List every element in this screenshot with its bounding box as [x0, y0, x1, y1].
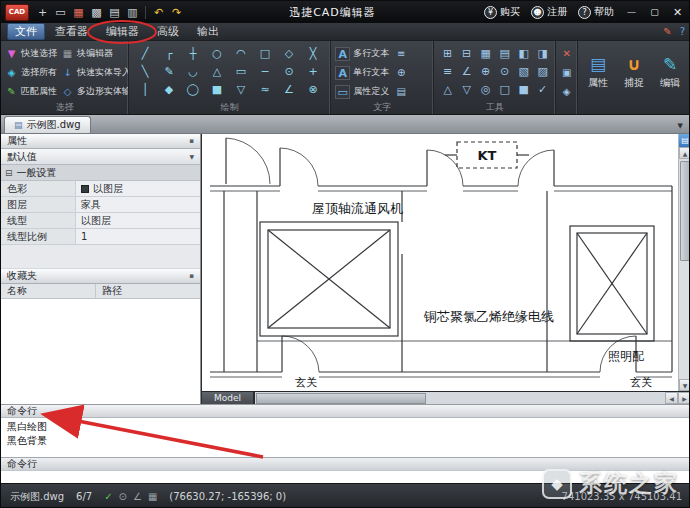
- draw-tool-icon[interactable]: ◇: [277, 44, 301, 62]
- tool-icon[interactable]: □: [495, 80, 514, 98]
- save-as-icon[interactable]: ▩: [88, 3, 105, 21]
- menu-tab-output[interactable]: 输出: [189, 23, 227, 40]
- draw-tool-icon[interactable]: ▭: [229, 62, 253, 80]
- match-properties-button[interactable]: ✎匹配属性: [5, 83, 57, 100]
- quick-entity-import-button[interactable]: ↓快速实体导入: [61, 64, 128, 81]
- document-tab[interactable]: ▤示例图.dwg: [4, 116, 91, 133]
- singleline-text-button[interactable]: A单行文本: [335, 64, 389, 81]
- buy-button[interactable]: ¥购买: [480, 5, 524, 19]
- property-value[interactable]: 家具: [76, 197, 200, 212]
- layout-button[interactable]: ▤: [679, 134, 690, 147]
- horizontal-scroll-thumb[interactable]: [256, 393, 426, 404]
- favorites-name-column[interactable]: 名称: [1, 284, 96, 298]
- tool-icon[interactable]: ◧: [514, 44, 533, 62]
- draw-tool-icon[interactable]: □: [253, 44, 277, 62]
- status-icon[interactable]: ✓: [104, 491, 112, 502]
- property-value[interactable]: 1: [76, 229, 200, 244]
- tool-icon[interactable]: ∠: [457, 62, 476, 80]
- preset-dropdown[interactable]: 默认值▼: [1, 149, 200, 165]
- draw-tool-icon[interactable]: ▽: [229, 80, 253, 98]
- menu-tab-editor[interactable]: 编辑器: [98, 23, 147, 40]
- snap-button[interactable]: ∪捕捉: [616, 43, 652, 101]
- tool-icon[interactable]: ◎: [476, 80, 495, 98]
- menubar-icon[interactable]: ✎: [663, 26, 671, 37]
- command-input[interactable]: [1, 470, 690, 483]
- tool-icon[interactable]: ▽: [457, 80, 476, 98]
- vertical-scroll-thumb[interactable]: [680, 161, 690, 261]
- attribute-define-button[interactable]: ▭属性定义: [335, 83, 389, 100]
- draw-tool-icon[interactable]: ╱: [133, 44, 157, 62]
- favorites-path-column[interactable]: 路径: [96, 284, 128, 298]
- drawing-area[interactable]: KT 屋顶轴流通风机 铜芯聚氯乙烯绝缘电线 照明配 玄关 玄关 ▤ ▲ ▼: [202, 134, 690, 391]
- property-value[interactable]: 以图层: [76, 213, 200, 228]
- scroll-up-icon[interactable]: ▲: [679, 147, 690, 159]
- draw-tool-icon[interactable]: ∠: [277, 80, 301, 98]
- tool-icon[interactable]: ⊙: [495, 62, 514, 80]
- pin-icon[interactable]: ▪: [189, 272, 194, 280]
- redo-icon[interactable]: ↷: [168, 3, 185, 21]
- register-button[interactable]: ☻注册: [527, 5, 571, 19]
- draw-tool-icon[interactable]: +: [301, 62, 325, 80]
- status-icon[interactable]: ⊙: [119, 491, 127, 502]
- select-all-button[interactable]: ◈选择所有: [5, 64, 57, 81]
- draw-tool-icon[interactable]: ◡: [181, 62, 205, 80]
- section-general-settings[interactable]: ⊟一般设置: [1, 165, 200, 181]
- polygon-entity-input-button[interactable]: ◇多边形实体输入: [61, 83, 128, 100]
- tool-icon[interactable]: ■: [514, 80, 533, 98]
- scroll-left-icon[interactable]: ◀: [665, 392, 678, 404]
- tool-icon[interactable]: ⊞: [438, 44, 457, 62]
- draw-tool-icon[interactable]: ◠: [229, 44, 253, 62]
- tool-icon[interactable]: ≡: [438, 62, 457, 80]
- tool-icon[interactable]: ◨: [533, 44, 552, 62]
- status-icon[interactable]: ∠: [133, 491, 142, 502]
- draw-tool-icon[interactable]: ✎: [157, 62, 181, 80]
- horizontal-scrollbar[interactable]: ◀ ▶: [254, 392, 690, 405]
- menu-tab-advanced[interactable]: 高级: [149, 23, 187, 40]
- tool-icon[interactable]: ⊕: [476, 62, 495, 80]
- close-button[interactable]: ✕: [668, 4, 687, 20]
- draw-tool-icon[interactable]: ┼: [181, 44, 205, 62]
- edit-button[interactable]: ✎编辑: [652, 43, 688, 101]
- help-button[interactable]: ?帮助: [574, 5, 618, 19]
- model-tab[interactable]: Model: [202, 392, 254, 405]
- status-icon[interactable]: ▦: [148, 491, 157, 502]
- open-file-icon[interactable]: ▭: [52, 3, 69, 21]
- draw-tool-icon[interactable]: │: [133, 80, 157, 98]
- minimize-button[interactable]: —: [622, 4, 641, 20]
- pin-icon[interactable]: ▪: [189, 137, 194, 145]
- menu-tab-file[interactable]: 文件: [7, 23, 45, 40]
- menu-tab-viewer[interactable]: 查看器: [47, 23, 96, 40]
- draw-tool-icon[interactable]: ◆: [157, 80, 181, 98]
- text-tool-icon[interactable]: ▤: [396, 86, 405, 97]
- draw-tool-icon[interactable]: ╳: [301, 44, 325, 62]
- scroll-right-icon[interactable]: ▶: [678, 392, 690, 404]
- multiline-text-button[interactable]: A多行文本: [335, 45, 389, 62]
- draw-tool-icon[interactable]: ◯: [181, 80, 205, 98]
- undo-icon[interactable]: ↶: [150, 3, 167, 21]
- tool-icon[interactable]: ▧: [514, 62, 533, 80]
- favorites-list[interactable]: [1, 299, 200, 404]
- tool-icon[interactable]: △: [438, 80, 457, 98]
- command-panel-header[interactable]: 命令行: [1, 404, 690, 418]
- extra-tool-icon[interactable]: ✕: [562, 48, 570, 59]
- properties-panel-button[interactable]: ▤属性: [580, 43, 616, 101]
- tab-list-dropdown-icon[interactable]: ▼: [673, 122, 688, 133]
- draw-tool-icon[interactable]: ≈: [253, 80, 277, 98]
- text-tool-icon[interactable]: ⊕: [397, 67, 405, 78]
- tool-icon[interactable]: ⊟: [457, 44, 476, 62]
- tool-icon[interactable]: ▤: [495, 44, 514, 62]
- tool-icon[interactable]: ▨: [533, 62, 552, 80]
- menubar-icon[interactable]: ?: [680, 26, 685, 37]
- extra-tool-icon[interactable]: ▣: [562, 67, 571, 78]
- tool-icon[interactable]: ✓: [533, 80, 552, 98]
- tool-icon[interactable]: ▦: [476, 44, 495, 62]
- draw-tool-icon[interactable]: ⊗: [301, 80, 325, 98]
- draw-tool-icon[interactable]: ╲: [133, 62, 157, 80]
- draw-tool-icon[interactable]: △: [205, 62, 229, 80]
- save-icon[interactable]: ▦: [70, 3, 87, 21]
- property-value[interactable]: 以图层: [76, 181, 200, 196]
- print-icon[interactable]: ▤: [106, 3, 123, 21]
- text-tool-icon[interactable]: ≡: [397, 48, 405, 59]
- block-editor-button[interactable]: ▦块编辑器: [61, 45, 128, 62]
- print-preview-icon[interactable]: ▥: [124, 3, 141, 21]
